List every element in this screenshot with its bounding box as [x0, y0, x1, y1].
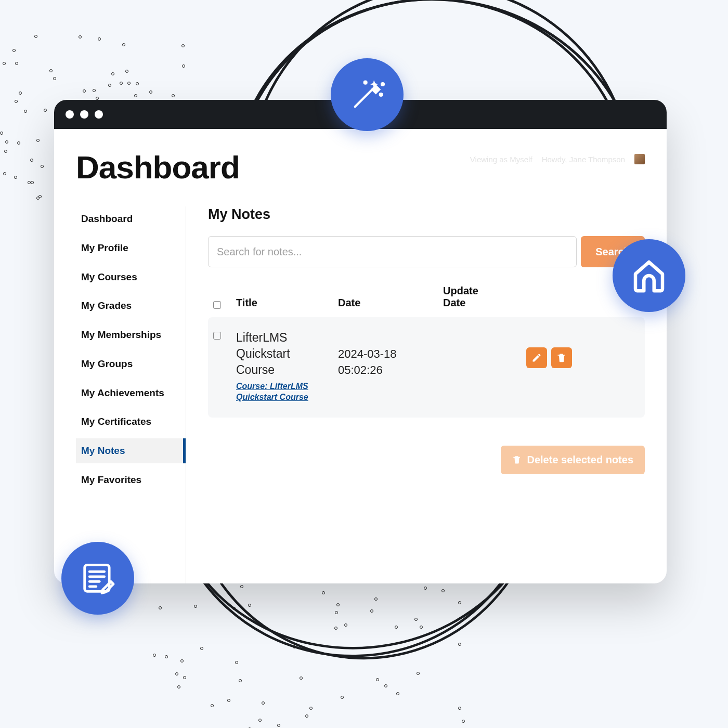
sidebar-item-my-profile[interactable]: My Profile	[76, 236, 176, 261]
select-all-checkbox[interactable]	[213, 301, 221, 309]
sidebar: DashboardMy ProfileMy CoursesMy GradesMy…	[76, 206, 186, 583]
table-row: LifterLMS Quickstart Course Course: Lift…	[208, 317, 645, 418]
avatar[interactable]	[634, 154, 645, 164]
note-pencil-icon	[78, 558, 118, 598]
svg-point-6	[380, 94, 382, 96]
sidebar-item-my-grades[interactable]: My Grades	[76, 293, 176, 318]
section-title: My Notes	[208, 206, 645, 223]
note-date: 2024-03-18 05:02:26	[338, 330, 437, 379]
sidebar-item-my-courses[interactable]: My Courses	[76, 265, 176, 290]
sidebar-item-my-achievements[interactable]: My Achievements	[76, 381, 176, 406]
row-checkbox[interactable]	[213, 332, 221, 340]
trash-icon	[556, 353, 567, 363]
user-meta: Viewing as Myself Howdy, Jane Thompson	[470, 154, 645, 164]
sidebar-item-my-memberships[interactable]: My Memberships	[76, 322, 176, 347]
wand-badge	[331, 58, 404, 131]
sidebar-item-dashboard[interactable]: Dashboard	[76, 206, 176, 231]
viewing-as-label: Viewing as Myself	[470, 155, 532, 164]
search-input[interactable]	[208, 236, 577, 267]
svg-point-7	[365, 82, 367, 84]
notes-table: Title Date Update Date LifterLMS Quickst…	[208, 279, 645, 418]
window-control-maximize[interactable]	[95, 110, 103, 119]
edit-button[interactable]	[526, 347, 547, 368]
svg-point-8	[382, 83, 384, 85]
delete-button[interactable]	[551, 347, 572, 368]
table-header-row: Title Date Update Date	[208, 279, 645, 317]
col-header-title: Title	[236, 297, 338, 309]
note-course-link[interactable]: Course: LifterLMS Quickstart Course	[236, 381, 332, 403]
window-control-close[interactable]	[66, 110, 74, 119]
delete-selected-label: Delete selected notes	[527, 454, 633, 466]
main-panel: My Notes Search Title Date Update Date	[186, 206, 645, 583]
window-control-minimize[interactable]	[80, 110, 88, 119]
sidebar-item-my-certificates[interactable]: My Certificates	[76, 409, 176, 434]
magic-wand-icon	[346, 74, 388, 115]
trash-icon	[512, 455, 522, 464]
home-badge	[613, 239, 685, 312]
delete-selected-button[interactable]: Delete selected notes	[501, 446, 645, 474]
col-header-update: Update Date	[443, 285, 505, 309]
pencil-icon	[531, 353, 542, 363]
sidebar-item-my-groups[interactable]: My Groups	[76, 352, 176, 376]
page-title: Dashboard	[76, 149, 240, 186]
note-update-date	[443, 330, 499, 346]
col-header-date: Date	[338, 297, 443, 309]
app-window: Dashboard Viewing as Myself Howdy, Jane …	[54, 100, 667, 583]
sidebar-item-my-notes[interactable]: My Notes	[76, 438, 186, 463]
sidebar-item-my-favorites[interactable]: My Favorites	[76, 467, 176, 492]
home-icon	[629, 255, 669, 296]
note-badge	[61, 542, 134, 615]
howdy-label: Howdy, Jane Thompson	[542, 155, 625, 164]
note-title: LifterLMS Quickstart Course	[236, 330, 332, 378]
